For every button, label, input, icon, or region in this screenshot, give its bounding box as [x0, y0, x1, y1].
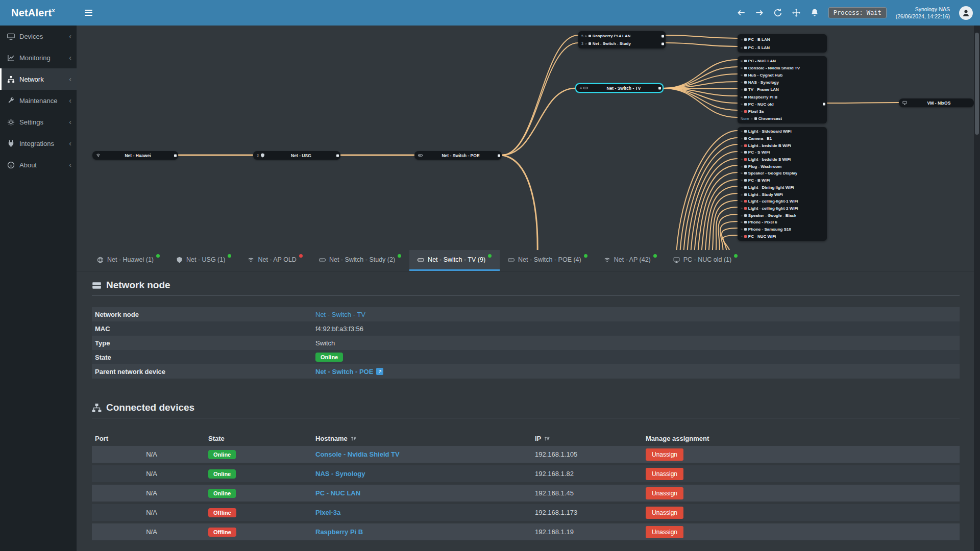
manage-cell: Unassign [646, 526, 957, 538]
diagram-device[interactable]: ≈PC - NUC old [738, 101, 827, 108]
diagram-device[interactable]: ≈Plug - Washroom [738, 163, 827, 170]
diagram-device[interactable]: ≈Speaker - Google - Black [738, 212, 827, 219]
host-datetime: (26/06/2024, 14:22:16) [896, 13, 950, 20]
diagram-device[interactable]: ≈Camera - E1 [738, 135, 827, 142]
diagram-device[interactable]: ≈Light - Dining light WiFi [738, 184, 827, 191]
node-link[interactable]: Net - Switch - TV [315, 311, 365, 318]
diagram-device[interactable]: ≈PC - NUC LAN [738, 57, 827, 64]
tab-label: Net - Switch - Study (2) [329, 256, 395, 263]
sidebar-item-about[interactable]: About [0, 154, 77, 176]
diagram-device[interactable]: 5≈Raspberry Pi 4 LAN [578, 32, 666, 40]
field-label: Parent network device [95, 368, 315, 375]
hostname-link[interactable]: Raspberry Pi B [315, 528, 363, 536]
device-icon [744, 130, 747, 133]
diagram-device[interactable]: ≈Pixel-3a [738, 108, 827, 115]
diagram-device[interactable]: ≈Light - ceiling-light-1 WiFi [738, 198, 827, 205]
sidebar-item-devices[interactable]: Devices [0, 26, 77, 47]
diagram-device[interactable]: ≈Light - bedside B WiFi [738, 142, 827, 149]
device-icon [744, 137, 747, 140]
sidebar-item-label: Devices [19, 33, 64, 40]
sort-icon[interactable] [350, 435, 357, 442]
diagram-device[interactable]: ≈Phone - Samsung S10 [738, 226, 827, 233]
unassign-button[interactable]: Unassign [646, 487, 683, 499]
diagram-device[interactable]: ≈PC - NUC WiFi [738, 233, 827, 240]
diagram-device[interactable]: ≈TV - Frame LAN [738, 86, 827, 93]
diagram-device[interactable]: ≈PC - B WiFi [738, 177, 827, 184]
device-label: Light - ceiling-light-2 WiFi [748, 206, 798, 211]
chevron-left-icon [69, 118, 71, 126]
menu-toggle-icon[interactable] [77, 0, 100, 26]
column-header-ip[interactable]: IP [535, 435, 646, 442]
diagram-device[interactable]: ≈Speaker - Google Display [738, 170, 827, 177]
diagram-device[interactable]: ≈Raspberry Pi B [738, 93, 827, 101]
diagram-device[interactable]: ≈PC - S WiFi [738, 149, 827, 156]
diagram-device[interactable]: ≈PC - S LAN [738, 43, 827, 52]
hostname-link[interactable]: Console - Nvidia Shield TV [315, 450, 400, 458]
tab-net-switch-poe[interactable]: Net - Switch - POE (4) [500, 250, 596, 271]
avatar[interactable] [959, 6, 973, 20]
tab-net-switch-study[interactable]: Net - Switch - Study (2) [311, 250, 409, 271]
unassign-button[interactable]: Unassign [646, 507, 683, 519]
unassign-button[interactable]: Unassign [646, 448, 683, 461]
back-icon[interactable] [737, 8, 746, 17]
device-label: Light - bedside S WiFi [748, 157, 791, 162]
diagram-device[interactable]: None≈Chromecast [738, 115, 827, 122]
diagram-device[interactable]: ≈PC - B LAN [738, 35, 827, 43]
tab-net-switch-tv[interactable]: Net - Switch - TV (9) [409, 250, 500, 271]
diagram-device[interactable]: ≈Light - ceiling-light-2 WiFi [738, 205, 827, 212]
tab-pc-nuc-old[interactable]: PC - NUC old (1) [665, 250, 746, 271]
diagram-device[interactable]: ≈Light - bedside S WiFi [738, 156, 827, 163]
refresh-icon[interactable] [773, 8, 782, 17]
sidebar-item-integrations[interactable]: Integrations [0, 133, 77, 154]
table-row: N/AOnlinePC - NUC LAN192.168.1.45Unassig… [92, 485, 960, 502]
tab-net-ap-old[interactable]: Net - AP OLD [239, 250, 311, 271]
tab-net-huawei[interactable]: Net - Huawei (1) [89, 250, 168, 271]
hostname-link[interactable]: Pixel-3a [315, 509, 340, 516]
scrollbar-thumb[interactable] [975, 33, 979, 135]
hostname-link[interactable]: NAS - Synology [315, 470, 365, 478]
diagram-device[interactable]: 3≈Net - Switch - Study [578, 40, 666, 47]
tab-label: Net - AP (42) [614, 256, 651, 263]
diagram-device[interactable]: ≈Hub - Cygnet Hub [738, 71, 827, 79]
tab-net-ap[interactable]: Net - AP (42) [596, 250, 665, 271]
sidebar-item-network[interactable]: Network [0, 68, 77, 90]
link-type-icon: ≈ [741, 137, 743, 140]
device-icon [744, 96, 747, 98]
diagram-device[interactable]: ≈NAS - Synology [738, 79, 827, 86]
move-icon[interactable] [792, 8, 801, 17]
bell-icon[interactable] [810, 8, 819, 17]
unassign-button[interactable]: Unassign [646, 526, 683, 538]
network-node-section: Network node Network nodeNet - Switch - … [92, 280, 960, 379]
device-label: PC - S WiFi [748, 150, 770, 155]
unassign-button[interactable]: Unassign [646, 468, 683, 480]
link-type-icon: ≈ [741, 186, 743, 189]
diagram-node-net-switch-tv[interactable]: 4Net - Switch - TV [575, 83, 664, 93]
shield-icon [260, 153, 265, 158]
external-link-icon[interactable] [376, 368, 383, 375]
diagram-device[interactable]: ≈Console - Nvidia Shield TV [738, 64, 827, 71]
diagram-device[interactable]: ≈Light - Sideboard WiFi [738, 128, 827, 135]
device-label: Console - Nvidia Shield TV [748, 66, 800, 70]
scrollbar[interactable] [974, 26, 980, 551]
sidebar-item-monitoring[interactable]: Monitoring [0, 47, 77, 68]
column-header-hostname[interactable]: Hostname [315, 435, 535, 442]
device-icon [744, 38, 747, 41]
diagram-node-net-usg[interactable]: 3Net - USG [253, 151, 340, 160]
diagram-device[interactable]: ≈Phone - Pixel 6 [738, 219, 827, 226]
link-type-icon: ≈ [741, 171, 743, 175]
sidebar-item-maintenance[interactable]: Maintenance [0, 90, 77, 111]
forward-icon[interactable] [755, 8, 764, 17]
sort-icon[interactable] [544, 435, 550, 442]
device-icon [744, 110, 747, 113]
diagram-device[interactable]: ≈Light - Study WiFi [738, 191, 827, 198]
diagram-node-net-huawei[interactable]: Net - Huawei [92, 151, 178, 160]
app-logo[interactable]: NetAlertx [0, 7, 77, 19]
node-link[interactable]: Net - Switch - POE [315, 368, 373, 375]
diagram-node-vm-nixos[interactable]: VM - NixOS [899, 98, 974, 107]
diagram-node-net-switch-poe[interactable]: Net - Switch - POE [414, 151, 502, 160]
sidebar-item-settings[interactable]: Settings [0, 111, 77, 133]
device-label: Light - Study WiFi [748, 192, 783, 197]
tab-net-usg[interactable]: Net - USG (1) [168, 250, 239, 271]
hostname-link[interactable]: PC - NUC LAN [315, 489, 360, 497]
network-diagram[interactable]: Net - Huawei3Net - USGNet - Switch - POE… [77, 26, 974, 250]
